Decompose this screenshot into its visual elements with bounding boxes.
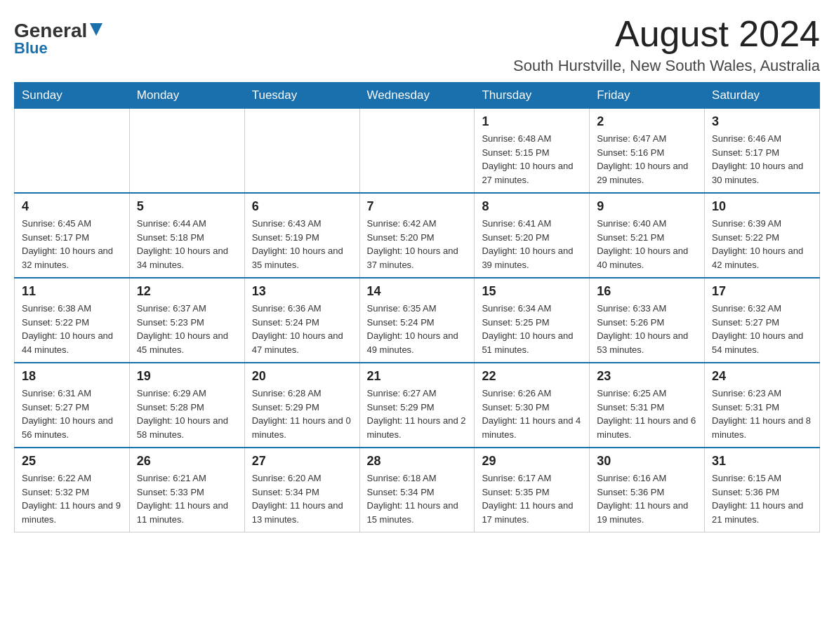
calendar-cell: 20Sunrise: 6:28 AM Sunset: 5:29 PM Dayli… — [244, 363, 359, 448]
calendar-week-row: 25Sunrise: 6:22 AM Sunset: 5:32 PM Dayli… — [15, 448, 820, 532]
day-number: 15 — [482, 284, 582, 299]
day-info: Sunrise: 6:22 AM Sunset: 5:32 PM Dayligh… — [22, 471, 122, 526]
calendar-week-row: 4Sunrise: 6:45 AM Sunset: 5:17 PM Daylig… — [15, 193, 820, 278]
day-number: 14 — [367, 284, 468, 299]
calendar-cell: 31Sunrise: 6:15 AM Sunset: 5:36 PM Dayli… — [705, 448, 820, 532]
logo-general: General — [14, 21, 87, 41]
day-number: 16 — [597, 284, 697, 299]
day-number: 13 — [252, 284, 352, 299]
calendar-cell: 19Sunrise: 6:29 AM Sunset: 5:28 PM Dayli… — [129, 363, 244, 448]
day-number: 7 — [367, 199, 468, 214]
day-number: 22 — [482, 369, 582, 384]
day-info: Sunrise: 6:44 AM Sunset: 5:18 PM Dayligh… — [137, 217, 237, 271]
day-info: Sunrise: 6:15 AM Sunset: 5:36 PM Dayligh… — [712, 471, 812, 526]
calendar-cell: 25Sunrise: 6:22 AM Sunset: 5:32 PM Dayli… — [15, 448, 130, 532]
calendar-header-row: SundayMondayTuesdayWednesdayThursdayFrid… — [15, 83, 820, 109]
calendar-cell: 7Sunrise: 6:42 AM Sunset: 5:20 PM Daylig… — [359, 193, 475, 278]
calendar-cell: 24Sunrise: 6:23 AM Sunset: 5:31 PM Dayli… — [705, 363, 820, 448]
day-info: Sunrise: 6:34 AM Sunset: 5:25 PM Dayligh… — [482, 302, 582, 356]
calendar-table: SundayMondayTuesdayWednesdayThursdayFrid… — [14, 82, 820, 532]
day-info: Sunrise: 6:40 AM Sunset: 5:21 PM Dayligh… — [597, 217, 697, 271]
day-info: Sunrise: 6:46 AM Sunset: 5:17 PM Dayligh… — [712, 132, 812, 187]
calendar-cell — [359, 109, 475, 194]
col-header-saturday: Saturday — [705, 83, 820, 109]
calendar-cell: 2Sunrise: 6:47 AM Sunset: 5:16 PM Daylig… — [590, 109, 705, 194]
calendar-cell: 17Sunrise: 6:32 AM Sunset: 5:27 PM Dayli… — [705, 278, 820, 363]
day-number: 30 — [597, 454, 697, 469]
day-info: Sunrise: 6:37 AM Sunset: 5:23 PM Dayligh… — [137, 302, 237, 356]
col-header-sunday: Sunday — [15, 83, 130, 109]
day-number: 23 — [597, 369, 697, 384]
day-info: Sunrise: 6:43 AM Sunset: 5:19 PM Dayligh… — [252, 217, 352, 271]
calendar-cell: 16Sunrise: 6:33 AM Sunset: 5:26 PM Dayli… — [590, 278, 705, 363]
calendar-cell: 21Sunrise: 6:27 AM Sunset: 5:29 PM Dayli… — [359, 363, 475, 448]
logo: General Blue — [14, 21, 104, 58]
day-number: 5 — [137, 199, 237, 214]
day-info: Sunrise: 6:31 AM Sunset: 5:27 PM Dayligh… — [22, 387, 122, 441]
day-number: 8 — [482, 199, 582, 214]
calendar-cell — [15, 109, 130, 194]
day-number: 11 — [22, 284, 122, 299]
day-info: Sunrise: 6:45 AM Sunset: 5:17 PM Dayligh… — [22, 217, 122, 271]
day-info: Sunrise: 6:21 AM Sunset: 5:33 PM Dayligh… — [137, 471, 237, 526]
logo-triangle-icon — [88, 22, 104, 37]
day-number: 24 — [712, 369, 812, 384]
day-info: Sunrise: 6:26 AM Sunset: 5:30 PM Dayligh… — [482, 387, 582, 441]
month-title: August 2024 — [513, 14, 820, 54]
day-number: 25 — [22, 454, 122, 469]
day-info: Sunrise: 6:29 AM Sunset: 5:28 PM Dayligh… — [137, 387, 237, 441]
calendar-cell: 12Sunrise: 6:37 AM Sunset: 5:23 PM Dayli… — [129, 278, 244, 363]
calendar-cell: 13Sunrise: 6:36 AM Sunset: 5:24 PM Dayli… — [244, 278, 359, 363]
calendar-cell: 6Sunrise: 6:43 AM Sunset: 5:19 PM Daylig… — [244, 193, 359, 278]
day-number: 27 — [252, 454, 352, 469]
day-info: Sunrise: 6:23 AM Sunset: 5:31 PM Dayligh… — [712, 387, 812, 441]
calendar-cell: 27Sunrise: 6:20 AM Sunset: 5:34 PM Dayli… — [244, 448, 359, 532]
day-number: 1 — [482, 114, 582, 129]
location-subtitle: South Hurstville, New South Wales, Austr… — [513, 57, 820, 75]
calendar-cell: 23Sunrise: 6:25 AM Sunset: 5:31 PM Dayli… — [590, 363, 705, 448]
col-header-thursday: Thursday — [475, 83, 590, 109]
day-number: 18 — [22, 369, 122, 384]
calendar-cell: 11Sunrise: 6:38 AM Sunset: 5:22 PM Dayli… — [15, 278, 130, 363]
col-header-tuesday: Tuesday — [244, 83, 359, 109]
day-info: Sunrise: 6:32 AM Sunset: 5:27 PM Dayligh… — [712, 302, 812, 356]
calendar-cell: 14Sunrise: 6:35 AM Sunset: 5:24 PM Dayli… — [359, 278, 475, 363]
day-info: Sunrise: 6:38 AM Sunset: 5:22 PM Dayligh… — [22, 302, 122, 356]
day-info: Sunrise: 6:27 AM Sunset: 5:29 PM Dayligh… — [367, 387, 468, 441]
day-info: Sunrise: 6:47 AM Sunset: 5:16 PM Dayligh… — [597, 132, 697, 187]
calendar-cell: 1Sunrise: 6:48 AM Sunset: 5:15 PM Daylig… — [475, 109, 590, 194]
day-number: 9 — [597, 199, 697, 214]
title-area: August 2024 South Hurstville, New South … — [513, 14, 820, 75]
calendar-cell: 8Sunrise: 6:41 AM Sunset: 5:20 PM Daylig… — [475, 193, 590, 278]
calendar-cell: 10Sunrise: 6:39 AM Sunset: 5:22 PM Dayli… — [705, 193, 820, 278]
header: General Blue August 2024 South Hurstvill… — [14, 14, 820, 75]
day-info: Sunrise: 6:39 AM Sunset: 5:22 PM Dayligh… — [712, 217, 812, 271]
calendar-cell: 29Sunrise: 6:17 AM Sunset: 5:35 PM Dayli… — [475, 448, 590, 532]
day-info: Sunrise: 6:25 AM Sunset: 5:31 PM Dayligh… — [597, 387, 697, 441]
day-info: Sunrise: 6:35 AM Sunset: 5:24 PM Dayligh… — [367, 302, 468, 356]
day-number: 19 — [137, 369, 237, 384]
calendar-cell: 26Sunrise: 6:21 AM Sunset: 5:33 PM Dayli… — [129, 448, 244, 532]
day-info: Sunrise: 6:36 AM Sunset: 5:24 PM Dayligh… — [252, 302, 352, 356]
day-info: Sunrise: 6:18 AM Sunset: 5:34 PM Dayligh… — [367, 471, 468, 526]
day-info: Sunrise: 6:28 AM Sunset: 5:29 PM Dayligh… — [252, 387, 352, 441]
col-header-friday: Friday — [590, 83, 705, 109]
day-info: Sunrise: 6:16 AM Sunset: 5:36 PM Dayligh… — [597, 471, 697, 526]
day-info: Sunrise: 6:41 AM Sunset: 5:20 PM Dayligh… — [482, 217, 582, 271]
calendar-cell: 15Sunrise: 6:34 AM Sunset: 5:25 PM Dayli… — [475, 278, 590, 363]
day-info: Sunrise: 6:17 AM Sunset: 5:35 PM Dayligh… — [482, 471, 582, 526]
calendar-cell: 30Sunrise: 6:16 AM Sunset: 5:36 PM Dayli… — [590, 448, 705, 532]
day-number: 29 — [482, 454, 582, 469]
svg-marker-0 — [90, 23, 102, 36]
day-number: 17 — [712, 284, 812, 299]
day-info: Sunrise: 6:48 AM Sunset: 5:15 PM Dayligh… — [482, 132, 582, 187]
calendar-week-row: 18Sunrise: 6:31 AM Sunset: 5:27 PM Dayli… — [15, 363, 820, 448]
day-number: 2 — [597, 114, 697, 129]
day-number: 10 — [712, 199, 812, 214]
day-info: Sunrise: 6:42 AM Sunset: 5:20 PM Dayligh… — [367, 217, 468, 271]
calendar-cell: 5Sunrise: 6:44 AM Sunset: 5:18 PM Daylig… — [129, 193, 244, 278]
day-number: 4 — [22, 199, 122, 214]
calendar-cell — [129, 109, 244, 194]
calendar-cell: 22Sunrise: 6:26 AM Sunset: 5:30 PM Dayli… — [475, 363, 590, 448]
day-number: 31 — [712, 454, 812, 469]
